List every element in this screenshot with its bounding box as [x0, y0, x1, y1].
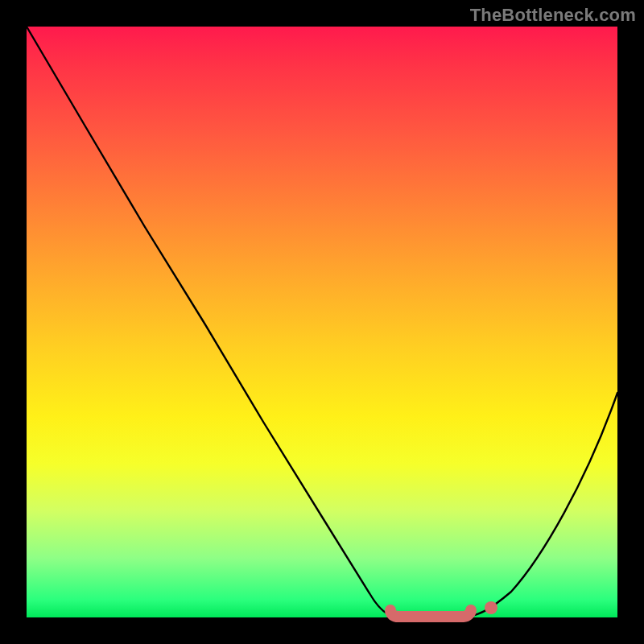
valley-highlight	[390, 610, 471, 617]
watermark-text: TheBottleneck.com	[470, 5, 636, 26]
chart-frame: TheBottleneck.com	[0, 0, 644, 644]
highlight-dot	[485, 601, 497, 614]
bottleneck-curve	[27, 27, 617, 617]
chart-svg	[27, 27, 617, 617]
